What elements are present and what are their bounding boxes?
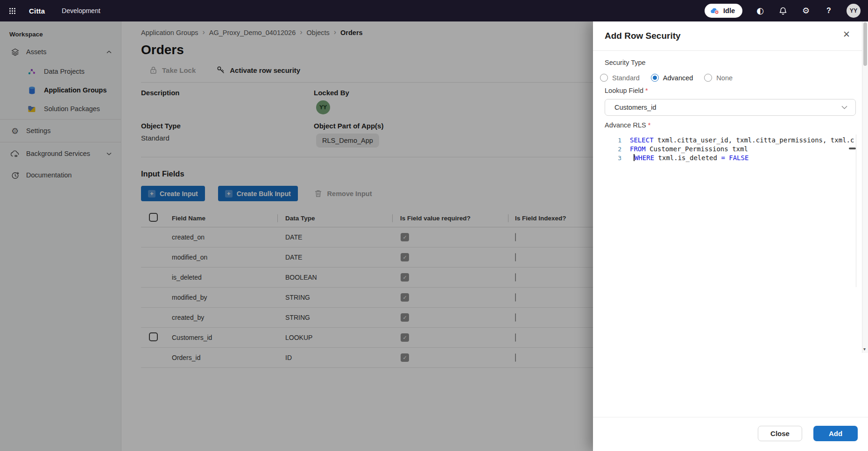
close-button[interactable]: Close xyxy=(758,426,802,441)
radio-advanced[interactable]: Advanced xyxy=(651,74,693,82)
radio-label: None xyxy=(716,74,733,82)
scrollbar-down-arrow[interactable]: ▾ xyxy=(863,346,866,352)
apps-grid-icon[interactable] xyxy=(7,6,17,15)
radio-standard[interactable]: Standard xyxy=(600,74,640,82)
radio-circle[interactable] xyxy=(704,74,712,82)
security-type-label: Security Type xyxy=(605,59,646,66)
code-line: 1SELECT txml.citta_user_id, txml.citta_p… xyxy=(605,136,856,145)
lookup-field-select[interactable]: Customers_id xyxy=(605,99,856,116)
top-bar: Citta Development Idle ◐ xyxy=(0,0,868,21)
screen: Citta Development Idle ◐ xyxy=(0,0,868,451)
radio-label: Standard xyxy=(612,74,640,82)
radio-none[interactable]: None xyxy=(704,74,733,82)
code-line: 2FROM Customer_Permissions txml xyxy=(605,145,856,154)
editor-border xyxy=(856,134,856,287)
drawer-title: Add Row Security xyxy=(605,31,681,41)
sql-code-editor[interactable]: 1SELECT txml.citta_user_id, txml.citta_p… xyxy=(605,134,856,287)
status-label: Idle xyxy=(723,7,735,14)
status-pill-idle[interactable]: Idle xyxy=(705,4,742,18)
radio-label: Advanced xyxy=(663,74,693,82)
theme-contrast-icon[interactable]: ◐ xyxy=(755,6,765,16)
drawer-scrollbar[interactable]: ▾ xyxy=(862,21,868,353)
close-icon[interactable]: ✕ xyxy=(843,30,850,39)
lookup-field-value: Customers_id xyxy=(614,104,840,111)
help-icon[interactable]: ? xyxy=(824,6,834,16)
lookup-field-label: Lookup Field* xyxy=(605,87,648,94)
chevron-down-icon xyxy=(840,103,849,112)
settings-gear-icon[interactable]: ⚙ xyxy=(801,6,811,16)
drawer-footer: Close Add xyxy=(593,417,868,451)
scrollbar-thumb[interactable] xyxy=(863,22,867,66)
security-type-radio-group: StandardAdvancedNone xyxy=(600,74,733,82)
user-avatar[interactable]: YY xyxy=(847,4,861,18)
divider xyxy=(593,50,868,51)
cloud-offline-icon xyxy=(710,6,720,15)
brand-citta[interactable]: Citta xyxy=(29,7,45,15)
notifications-bell-icon[interactable] xyxy=(778,6,788,16)
editor-hscrollbar-thumb[interactable] xyxy=(849,148,856,149)
line-number: 2 xyxy=(605,145,621,154)
line-number: 1 xyxy=(605,136,621,145)
code-text: WHERE txml.is_deleted = FALSE xyxy=(630,154,856,162)
radio-circle[interactable] xyxy=(600,74,608,82)
code-text: FROM Customer_Permissions txml xyxy=(630,145,856,154)
radio-circle[interactable] xyxy=(651,74,659,82)
code-line: 3 WHERE txml.is_deleted = FALSE xyxy=(605,154,856,162)
add-button[interactable]: Add xyxy=(813,426,858,441)
advance-rls-label: Advance RLS* xyxy=(605,121,650,129)
code-text: SELECT txml.citta_user_id, txml.citta_pe… xyxy=(630,136,856,145)
nav-development[interactable]: Development xyxy=(62,7,100,14)
add-row-security-drawer: Add Row Security ✕ Security Type Standar… xyxy=(593,21,868,451)
line-number: 3 xyxy=(605,154,621,162)
